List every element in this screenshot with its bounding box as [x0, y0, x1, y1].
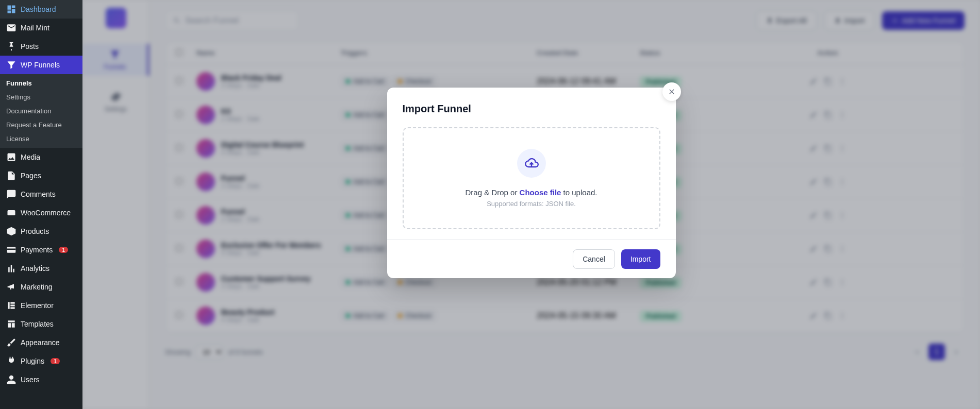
- mail-icon: [6, 23, 16, 33]
- submenu-request-feature[interactable]: Request a Feature: [0, 118, 82, 132]
- appearance-label: Appearance: [21, 338, 60, 347]
- media-label: Media: [21, 153, 40, 161]
- import-funnel-modal: Import Funnel Drag & Drop or Choose file…: [387, 88, 676, 278]
- plug-icon: [6, 356, 16, 366]
- analytics-label: Analytics: [21, 264, 49, 272]
- megaphone-icon: [6, 282, 16, 292]
- cloud-upload-icon: [524, 156, 539, 171]
- sidebar-item-elementor[interactable]: Elementor: [0, 296, 82, 315]
- dropzone-text: Drag & Drop or Choose file to upload.: [414, 188, 649, 197]
- modal-footer: Cancel Import: [387, 240, 676, 278]
- dz-pre: Drag & Drop or: [466, 188, 520, 197]
- dropzone-subtext: Supported formats: JSON file.: [414, 200, 649, 208]
- sidebar-item-pages[interactable]: Pages: [0, 166, 82, 185]
- analytics-icon: [6, 263, 16, 274]
- sidebar-item-products[interactable]: Products: [0, 222, 82, 241]
- templates-icon: [6, 319, 16, 329]
- elementor-icon: [6, 300, 16, 311]
- import-confirm-button[interactable]: Import: [621, 249, 660, 269]
- wp-admin-sidebar: Dashboard Mail Mint Posts WP Funnels Fun…: [0, 0, 82, 409]
- pages-label: Pages: [21, 172, 41, 180]
- submenu-settings[interactable]: Settings: [0, 90, 82, 104]
- choose-file-link[interactable]: Choose file: [520, 188, 561, 197]
- brush-icon: [6, 337, 16, 348]
- modal-title: Import Funnel: [403, 103, 660, 115]
- sidebar-item-comments[interactable]: Comments: [0, 185, 82, 203]
- modal-close-button[interactable]: [662, 82, 681, 101]
- dashboard-label: Dashboard: [21, 5, 56, 13]
- svg-rect-6: [10, 307, 14, 309]
- pin-icon: [6, 41, 16, 52]
- dz-post: to upload.: [561, 188, 597, 197]
- elementor-label: Elementor: [21, 301, 54, 310]
- svg-rect-2: [7, 249, 16, 250]
- sidebar-item-marketing[interactable]: Marketing: [0, 278, 82, 296]
- svg-rect-3: [8, 302, 9, 309]
- templates-label: Templates: [21, 320, 54, 328]
- sidebar-item-payments[interactable]: Payments1: [0, 241, 82, 259]
- products-label: Products: [21, 227, 49, 235]
- payments-icon: [6, 245, 16, 255]
- wpfunnels-submenu: Funnels Settings Documentation Request a…: [0, 74, 82, 148]
- sidebar-item-users[interactable]: Users: [0, 370, 82, 389]
- sidebar-item-templates[interactable]: Templates: [0, 315, 82, 333]
- sidebar-item-posts[interactable]: Posts: [0, 37, 82, 56]
- page-icon: [6, 171, 16, 181]
- users-icon: [6, 374, 16, 385]
- users-label: Users: [21, 376, 40, 384]
- wpfunnels-label: WP Funnels: [21, 61, 60, 69]
- close-icon: [668, 88, 676, 96]
- svg-rect-4: [10, 302, 14, 303]
- media-icon: [6, 152, 16, 162]
- svg-rect-0: [8, 210, 15, 215]
- mailmint-label: Mail Mint: [21, 24, 49, 32]
- marketing-label: Marketing: [21, 283, 52, 291]
- payments-label: Payments: [21, 246, 53, 254]
- submenu-license[interactable]: License: [0, 132, 82, 146]
- sidebar-item-wpfunnels[interactable]: WP Funnels: [0, 56, 82, 74]
- sidebar-item-dashboard[interactable]: Dashboard: [0, 0, 82, 19]
- plugins-label: Plugins: [21, 357, 44, 365]
- submenu-funnels[interactable]: Funnels: [0, 76, 82, 90]
- svg-rect-5: [10, 304, 14, 306]
- modal-overlay[interactable]: Import Funnel Drag & Drop or Choose file…: [82, 0, 980, 409]
- products-icon: [6, 226, 16, 236]
- payments-badge: 1: [59, 247, 68, 253]
- file-dropzone[interactable]: Drag & Drop or Choose file to upload. Su…: [403, 127, 660, 229]
- dashboard-icon: [6, 4, 16, 14]
- comments-label: Comments: [21, 190, 56, 198]
- sidebar-item-appearance[interactable]: Appearance: [0, 333, 82, 352]
- sidebar-item-media[interactable]: Media: [0, 148, 82, 166]
- cancel-button[interactable]: Cancel: [573, 249, 615, 269]
- sidebar-item-analytics[interactable]: Analytics: [0, 259, 82, 278]
- funnel-icon: [6, 60, 16, 70]
- posts-label: Posts: [21, 42, 39, 50]
- upload-icon-wrap: [517, 149, 546, 178]
- plugins-badge: 1: [51, 358, 60, 364]
- sidebar-item-mailmint[interactable]: Mail Mint: [0, 19, 82, 37]
- sidebar-item-woocommerce[interactable]: WooCommerce: [0, 203, 82, 222]
- woo-label: WooCommerce: [21, 209, 71, 217]
- comment-icon: [6, 189, 16, 199]
- sidebar-item-plugins[interactable]: Plugins1: [0, 352, 82, 370]
- woo-icon: [6, 208, 16, 218]
- submenu-documentation[interactable]: Documentation: [0, 104, 82, 118]
